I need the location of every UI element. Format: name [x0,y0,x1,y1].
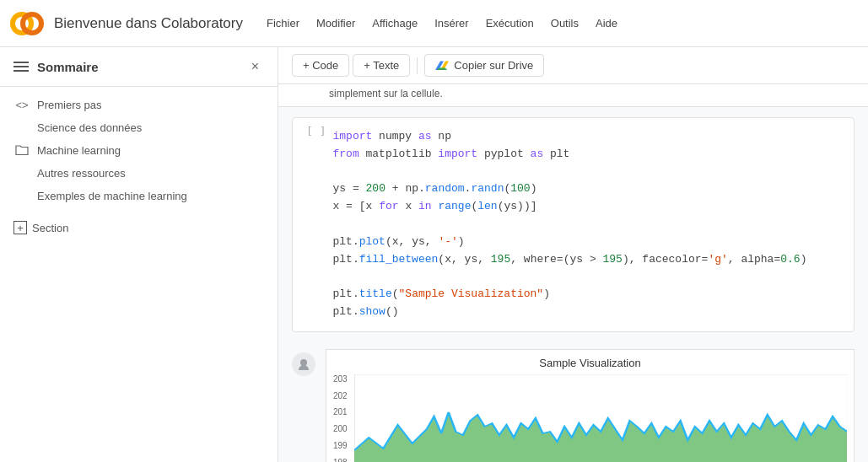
sidebar-item-exemples[interactable]: Exemples de machine learning [0,185,278,207]
y-label-199: 199 [333,441,348,450]
output-avatar [292,352,315,376]
sidebar-item-science[interactable]: Science des données [0,116,278,139]
chart-wrapper: 203 202 201 200 199 198 197 [333,374,847,462]
toolbar-separator [417,57,418,74]
y-axis: 203 202 201 200 199 198 197 [333,374,351,462]
y-label-201: 201 [333,407,348,416]
svg-marker-4 [437,67,447,70]
chart-svg-wrap [354,374,847,462]
sidebar: Sommaire × <> Premiers pas Science des d… [0,47,278,462]
sidebar-item-machine-learning[interactable]: Machine learning [0,139,278,162]
sidebar-label-autres: Autres ressources [37,165,126,181]
menu-bar: Fichier Modifier Affichage Insérer Exécu… [260,13,624,33]
hamburger-icon[interactable] [13,62,29,72]
cell-bracket: [ ] [299,125,332,137]
folder-icon [7,142,37,156]
add-section-label: Section [32,222,68,234]
cell-header: [ ] import numpy as np from matplotlib i… [293,118,854,331]
sidebar-title: Sommaire [37,60,99,74]
cell-code: import numpy as np from matplotlib impor… [332,125,847,325]
sidebar-label-premiers-pas: Premiers pas [37,97,102,113]
copy-to-drive-button[interactable]: Copier sur Drive [424,54,544,77]
add-section-icon: + [13,221,27,234]
sidebar-header-left: Sommaire [13,60,99,74]
sidebar-header: Sommaire × [0,47,278,87]
menu-fichier[interactable]: Fichier [260,13,306,33]
autres-icon [7,165,37,167]
app-title: Bienvenue dans Colaboratory [54,15,243,32]
menu-aide[interactable]: Aide [589,13,624,33]
y-label-198: 198 [333,458,348,462]
y-label-203: 203 [333,374,348,384]
chart-title: Sample Visualization [333,357,847,369]
sidebar-label-science: Science des données [37,120,142,136]
code-scroll-area[interactable]: simplement sur la cellule. [ ] import nu… [278,84,868,462]
chart-container: Sample Visualization 203 202 201 200 199… [326,349,855,462]
toolbar: + Code + Texte Copier sur Drive [278,47,868,84]
science-icon [7,120,37,121]
main-area: Sommaire × <> Premiers pas Science des d… [0,47,868,462]
top-bar: Bienvenue dans Colaboratory Fichier Modi… [0,0,868,47]
sidebar-item-autres[interactable]: Autres ressources [0,162,278,185]
menu-inserer[interactable]: Insérer [428,13,475,33]
code-icon: <> [7,97,37,111]
add-text-button[interactable]: + Texte [353,54,410,77]
menu-affichage[interactable]: Affichage [365,13,424,33]
menu-execution[interactable]: Exécution [479,13,541,33]
exemples-icon [7,188,37,190]
sidebar-nav: <> Premiers pas Science des données Mach… [0,87,278,248]
drive-icon [435,60,449,72]
output-area: Sample Visualization 203 202 201 200 199… [278,342,868,462]
y-label-200: 200 [333,424,348,433]
colab-logo [10,7,44,40]
sidebar-label-machine-learning: Machine learning [37,142,121,158]
sidebar-label-exemples: Exemples de machine learning [37,188,187,204]
y-label-202: 202 [333,391,348,400]
content-area: + Code + Texte Copier sur Drive simpleme… [278,47,868,462]
sidebar-item-premiers-pas[interactable]: <> Premiers pas [0,94,278,116]
scroll-note: simplement sur la cellule. [278,84,868,107]
close-sidebar-button[interactable]: × [246,57,264,76]
code-cell[interactable]: [ ] import numpy as np from matplotlib i… [292,117,855,332]
menu-modifier[interactable]: Modifier [310,13,362,33]
chart-svg [354,374,847,462]
add-code-button[interactable]: + Code [292,54,349,77]
copy-to-drive-label: Copier sur Drive [454,59,533,72]
add-section-button[interactable]: + Section [0,214,278,241]
menu-outils[interactable]: Outils [544,13,585,33]
svg-point-5 [300,359,307,366]
